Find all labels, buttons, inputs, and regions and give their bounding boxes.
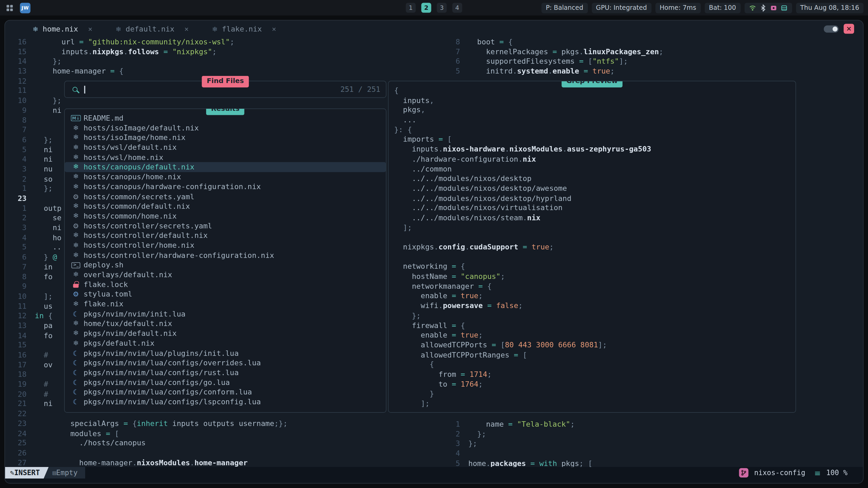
line-number: 8 (427, 37, 460, 47)
wm-logo[interactable]: JW (20, 2, 31, 13)
line-number: 25 (5, 438, 27, 448)
preview-code-line: inputs, (394, 96, 795, 105)
window-close-button[interactable]: × (844, 24, 854, 34)
result-item[interactable]: hosts/common/secrets.yaml (65, 192, 386, 202)
code-text: ov (26, 360, 53, 370)
code-text: .. (26, 243, 61, 252)
desktop: JW 1234 P: BalancedGPU: IntegratedHome: … (0, 0, 868, 488)
workspace-button[interactable]: 4 (452, 3, 462, 13)
result-item[interactable]: hosts/controller/secrets.yaml (65, 221, 386, 231)
system-tray[interactable] (744, 2, 792, 13)
tab-close-icon[interactable]: × (88, 25, 93, 33)
workspace-button[interactable]: 3 (437, 3, 447, 13)
result-item[interactable]: deploy.sh (65, 260, 386, 270)
result-label: flake.nix (80, 299, 123, 309)
bluetooth-icon[interactable] (759, 4, 766, 11)
line-number: 22 (5, 409, 27, 419)
file-icon (72, 221, 80, 231)
nix-file-icon (33, 25, 38, 33)
result-item[interactable]: flake.lock (65, 280, 386, 290)
code-text: }; (26, 135, 53, 145)
screenshare-icon[interactable] (770, 4, 777, 11)
preview-code-line (394, 252, 795, 262)
result-item[interactable]: hosts/controller/default.nix (65, 231, 386, 241)
result-item[interactable]: overlays/default.nix (65, 270, 386, 280)
result-item[interactable]: hosts/isoImage/home.nix (65, 133, 386, 143)
line-number: 18 (5, 370, 27, 380)
line-number: 10 (5, 291, 27, 301)
workspace-button[interactable]: 1 (406, 3, 416, 13)
result-item[interactable]: hosts/canopus/home.nix (65, 172, 386, 182)
result-item[interactable]: pkgs/nvim/nvim/lua/configs/conform.lua (65, 387, 386, 397)
line-number: 8 (5, 272, 27, 282)
editor-tab[interactable]: flake.nix × (212, 25, 276, 33)
result-item[interactable]: hosts/controller/hardware-configuration.… (65, 250, 386, 260)
result-item[interactable]: hosts/wsl/home.nix (65, 152, 386, 162)
result-item[interactable]: pkgs/nvim/nvim/lua/plugins/init.lua (65, 348, 386, 358)
file-icon (72, 309, 80, 319)
result-item[interactable]: hosts/isoImage/default.nix (65, 123, 386, 133)
search-icon (73, 87, 78, 92)
line-number: 7 (5, 125, 27, 135)
code-row: 27 home-manager.nixosModules.home-manage… (5, 458, 288, 468)
code-row: 24 modules = [ (5, 428, 288, 438)
file-icon (72, 387, 80, 397)
find-files-prompt[interactable]: Find Files 251 / 251 (64, 81, 386, 98)
preview-code-line: inputs.nixos-hardware.nixosModules.asus-… (394, 144, 795, 154)
result-item[interactable]: pkgs/nvim/nvim/lua/configs/go.lua (65, 378, 386, 387)
repo-name: nixos-config (754, 469, 805, 477)
line-number: 2 (427, 429, 460, 439)
result-item[interactable]: pkgs/nvim/default.nix (65, 329, 386, 339)
status-module: GPU: Integrated (592, 2, 651, 13)
code-row: 14 }; (5, 57, 288, 66)
code-text: }; (26, 96, 61, 106)
result-label: hosts/canopus/home.nix (80, 172, 181, 182)
result-item[interactable]: pkgs/nvim/nvim/lua/configs/rust.lua (65, 368, 386, 378)
status-module: P: Balanced (541, 2, 588, 13)
file-icon (72, 368, 80, 378)
toggle-switch[interactable] (824, 25, 839, 32)
result-item[interactable]: stylua.toml (65, 289, 386, 299)
result-item[interactable]: hosts/canopus/default.nix (65, 162, 386, 172)
preview-code-line: from = 1714; (394, 370, 795, 380)
app-launcher-icon[interactable] (4, 3, 14, 13)
result-item[interactable]: hosts/wsl/default.nix (65, 143, 386, 152)
code-text: us (26, 301, 53, 311)
line-number: 2 (5, 213, 27, 223)
tab-title: default.nix (126, 25, 175, 33)
result-item[interactable]: flake.nix (65, 299, 386, 309)
result-item[interactable]: hosts/controller/home.nix (65, 241, 386, 250)
tab-close-icon[interactable]: × (272, 25, 276, 33)
right-editor-pane-top[interactable]: 8 boot = { 7 kernelPackages = pkgs.linux… (427, 37, 664, 76)
editor-tab[interactable]: default.nix × (116, 25, 189, 33)
line-number: 1 (5, 184, 27, 194)
code-text: supportedFilesystems = ["ntfs"]; (460, 57, 628, 66)
preview-code-line: imports = [ (394, 135, 795, 144)
preview-code-line: ]; (394, 223, 795, 232)
code-text: ni (26, 106, 61, 116)
wifi-icon[interactable] (749, 4, 756, 11)
tab-title: home.nix (43, 25, 78, 33)
workspace-button[interactable]: 2 (421, 3, 431, 13)
code-row: 7 kernelPackages = pkgs.linuxPackages_ze… (427, 47, 664, 57)
result-item[interactable]: hosts/common/default.nix (65, 202, 386, 211)
result-item[interactable]: pkgs/nvim/nvim/lua/configs/overrides.lua (65, 358, 386, 368)
result-item[interactable]: home/tux/default.nix (65, 319, 386, 329)
result-item[interactable]: pkgs/nvim/nvim/lua/configs/lspconfig.lua (65, 397, 386, 407)
code-text: }; (460, 439, 477, 449)
code-text: nu (26, 164, 53, 174)
result-label: hosts/canopus/default.nix (80, 162, 195, 172)
code-row: 6 supportedFilesystems = ["ntfs"]; (427, 57, 664, 66)
result-item[interactable]: pkgs/nvim/nvim/init.lua (65, 309, 386, 319)
tab-close-icon[interactable]: × (184, 25, 189, 33)
line-number: 4 (427, 449, 460, 459)
tray-menu-icon[interactable] (780, 4, 787, 11)
result-item[interactable]: hosts/canopus/hardware-configuration.nix (65, 182, 386, 192)
terminal-window: home.nix × default.nix × flake.nix × × (4, 20, 864, 484)
result-item[interactable]: pkgs/default.nix (65, 339, 386, 348)
right-editor-pane-bottom[interactable]: 1 name = "Tela-black"; 2 }; 3 }; (427, 420, 593, 468)
line-number: 10 (5, 96, 27, 106)
editor-tab[interactable]: home.nix × (33, 25, 92, 33)
result-item[interactable]: hosts/common/home.nix (65, 211, 386, 221)
line-number: 12 (5, 311, 27, 321)
